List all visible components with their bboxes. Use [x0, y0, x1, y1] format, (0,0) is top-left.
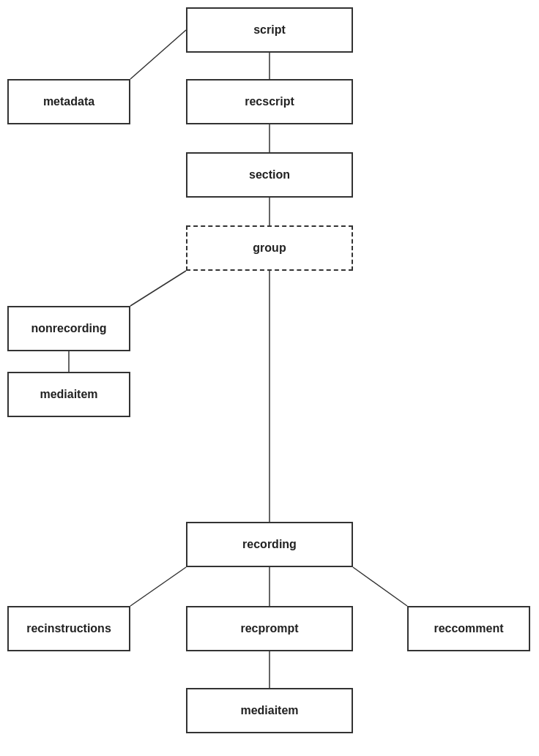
diagram: script metadata recscript section group … — [0, 0, 539, 756]
recinstructions-node: recinstructions — [7, 606, 130, 651]
section-node: section — [186, 152, 353, 198]
recording-label: recording — [242, 538, 297, 551]
recprompt-node: recprompt — [186, 606, 353, 651]
mediaitem-left-node: mediaitem — [7, 372, 130, 417]
svg-line-1 — [130, 30, 186, 79]
svg-line-7 — [130, 567, 186, 606]
script-label: script — [253, 23, 286, 37]
svg-line-9 — [353, 567, 407, 606]
recscript-label: recscript — [245, 95, 294, 108]
reccomment-label: reccomment — [434, 622, 503, 635]
mediaitem-bottom-node: mediaitem — [186, 688, 353, 733]
metadata-node: metadata — [7, 79, 130, 124]
recinstructions-label: recinstructions — [26, 622, 111, 635]
section-label: section — [249, 168, 290, 181]
script-node: script — [186, 7, 353, 53]
group-node: group — [186, 225, 353, 271]
nonrecording-label: nonrecording — [31, 322, 106, 335]
reccomment-node: reccomment — [407, 606, 530, 651]
nonrecording-node: nonrecording — [7, 306, 130, 351]
recprompt-label: recprompt — [240, 622, 298, 635]
group-label: group — [253, 242, 286, 255]
mediaitem-left-label: mediaitem — [40, 388, 97, 401]
recscript-node: recscript — [186, 79, 353, 124]
recording-node: recording — [186, 522, 353, 567]
metadata-label: metadata — [43, 95, 94, 108]
svg-line-4 — [130, 271, 186, 306]
mediaitem-bottom-label: mediaitem — [240, 704, 298, 717]
